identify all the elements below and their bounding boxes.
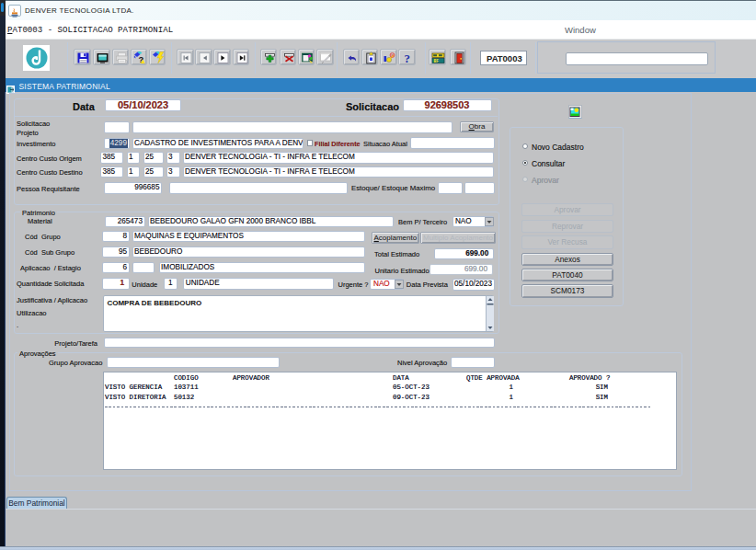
- svg-text:?: ?: [405, 52, 411, 64]
- svg-text:BF: BF: [434, 59, 440, 63]
